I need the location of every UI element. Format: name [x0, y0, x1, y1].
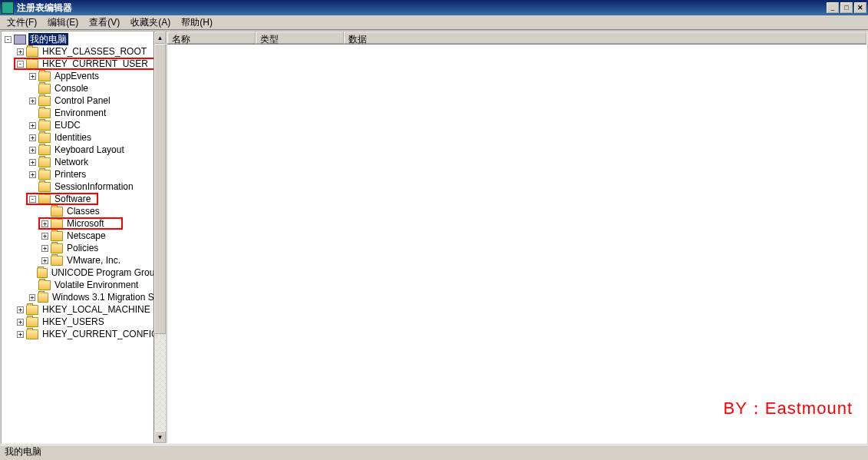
- expand-icon[interactable]: +: [41, 257, 48, 264]
- tree-item[interactable]: Console: [53, 82, 90, 94]
- expand-icon[interactable]: +: [29, 294, 35, 301]
- tree-item[interactable]: UNICODE Program Groups: [50, 266, 166, 279]
- folder-icon: [38, 182, 51, 192]
- tree-item[interactable]: Network: [53, 156, 90, 168]
- column-headers: 名称 类型 数据: [167, 31, 866, 45]
- tree-item[interactable]: Environment: [53, 107, 107, 119]
- expand-icon[interactable]: +: [17, 331, 24, 338]
- col-type[interactable]: 类型: [256, 31, 344, 44]
- folder-icon: [38, 145, 51, 155]
- folder-icon: [38, 293, 48, 303]
- tree-item[interactable]: Volatile Environment: [53, 279, 140, 291]
- folder-open-icon: [38, 194, 51, 204]
- menu-view[interactable]: 查看(V): [84, 15, 125, 30]
- folder-open-icon: [26, 59, 38, 69]
- folder-icon: [38, 157, 51, 167]
- menu-file[interactable]: 文件(F): [2, 15, 42, 30]
- tree-panel[interactable]: -我的电脑 +HKEY_CLASSES_ROOT -HKEY_CURRENT_U…: [2, 31, 167, 443]
- folder-icon: [26, 305, 38, 315]
- title-bar: 注册表编辑器 _ □ ✕: [0, 0, 868, 15]
- folder-icon: [51, 207, 63, 217]
- expand-icon[interactable]: +: [29, 73, 36, 80]
- tree-item[interactable]: Printers: [53, 168, 87, 180]
- watermark-text: BY：Eastmount: [723, 397, 853, 420]
- expand-icon[interactable]: +: [17, 48, 24, 55]
- status-text: 我的电脑: [5, 445, 41, 458]
- folder-icon: [38, 84, 51, 94]
- tree-root[interactable]: 我的电脑: [28, 33, 68, 45]
- tree-hkcc[interactable]: HKEY_CURRENT_CONFIG: [41, 328, 160, 340]
- window-title: 注册表编辑器: [17, 2, 825, 15]
- folder-icon: [26, 317, 38, 327]
- tree-item[interactable]: Classes: [65, 205, 101, 217]
- expand-icon[interactable]: +: [41, 233, 48, 240]
- folder-icon: [38, 121, 51, 131]
- folder-icon: [51, 243, 63, 253]
- tree-item[interactable]: Control Panel: [53, 94, 112, 107]
- expand-icon[interactable]: +: [17, 319, 24, 326]
- scroll-up-icon[interactable]: ▲: [154, 31, 166, 44]
- minimize-button[interactable]: _: [827, 2, 839, 13]
- status-bar: 我的电脑: [0, 445, 868, 458]
- folder-icon: [38, 170, 51, 180]
- menu-edit[interactable]: 编辑(E): [42, 15, 84, 30]
- folder-icon: [26, 329, 38, 339]
- expand-icon[interactable]: +: [41, 245, 48, 252]
- tree-item[interactable]: Keyboard Layout: [53, 144, 126, 156]
- tree-hkcr[interactable]: HKEY_CLASSES_ROOT: [41, 45, 148, 58]
- folder-icon: [51, 256, 63, 266]
- expand-icon[interactable]: -: [17, 61, 24, 68]
- tree-item[interactable]: Policies: [65, 242, 100, 254]
- folder-icon: [38, 280, 51, 290]
- tree-item[interactable]: AppEvents: [53, 70, 101, 82]
- tree-hku[interactable]: HKEY_USERS: [41, 316, 106, 328]
- close-button[interactable]: ✕: [854, 2, 866, 13]
- expand-icon[interactable]: +: [17, 306, 24, 313]
- folder-icon: [38, 133, 51, 143]
- folder-icon: [51, 231, 63, 241]
- expand-icon[interactable]: +: [41, 220, 48, 227]
- expand-icon[interactable]: +: [29, 159, 36, 166]
- expand-icon[interactable]: +: [29, 122, 36, 129]
- menu-help[interactable]: 帮助(H): [176, 15, 218, 30]
- folder-icon: [51, 219, 63, 229]
- tree-item[interactable]: VMware, Inc.: [65, 254, 122, 266]
- tree-item[interactable]: Windows 3.1 Migration Stat: [51, 291, 166, 303]
- expand-icon[interactable]: +: [29, 134, 36, 141]
- folder-icon: [38, 96, 51, 106]
- col-name[interactable]: 名称: [167, 31, 256, 44]
- tree-item[interactable]: Netscape: [65, 230, 107, 242]
- tree-microsoft[interactable]: Microsoft: [65, 217, 106, 230]
- scroll-down-icon[interactable]: ▼: [154, 431, 166, 443]
- folder-icon: [26, 47, 38, 57]
- folder-icon: [38, 71, 51, 81]
- maximize-button[interactable]: □: [840, 2, 853, 13]
- expand-icon[interactable]: +: [29, 147, 36, 154]
- tree-hklm[interactable]: HKEY_LOCAL_MACHINE: [41, 303, 152, 316]
- folder-icon: [38, 108, 51, 118]
- expand-icon[interactable]: +: [29, 171, 36, 178]
- computer-icon: [14, 35, 26, 45]
- list-panel[interactable]: 名称 类型 数据 BY：Eastmount: [167, 31, 866, 443]
- expand-icon[interactable]: +: [29, 98, 36, 104]
- tree-item[interactable]: EUDC: [53, 119, 82, 131]
- tree-software[interactable]: Software: [53, 193, 92, 205]
- expand-icon[interactable]: -: [29, 196, 36, 203]
- folder-icon: [37, 268, 47, 278]
- tree-item[interactable]: SessionInformation: [53, 180, 135, 193]
- menu-favorites[interactable]: 收藏夹(A): [125, 15, 176, 30]
- menu-bar: 文件(F) 编辑(E) 查看(V) 收藏夹(A) 帮助(H): [0, 15, 868, 30]
- tree-item[interactable]: Identities: [53, 131, 93, 144]
- expand-icon[interactable]: -: [5, 36, 12, 43]
- app-icon: [2, 2, 14, 14]
- tree-scrollbar[interactable]: ▲ ▼: [153, 31, 166, 443]
- col-data[interactable]: 数据: [344, 31, 866, 44]
- tree-hkcu[interactable]: HKEY_CURRENT_USER: [41, 58, 150, 70]
